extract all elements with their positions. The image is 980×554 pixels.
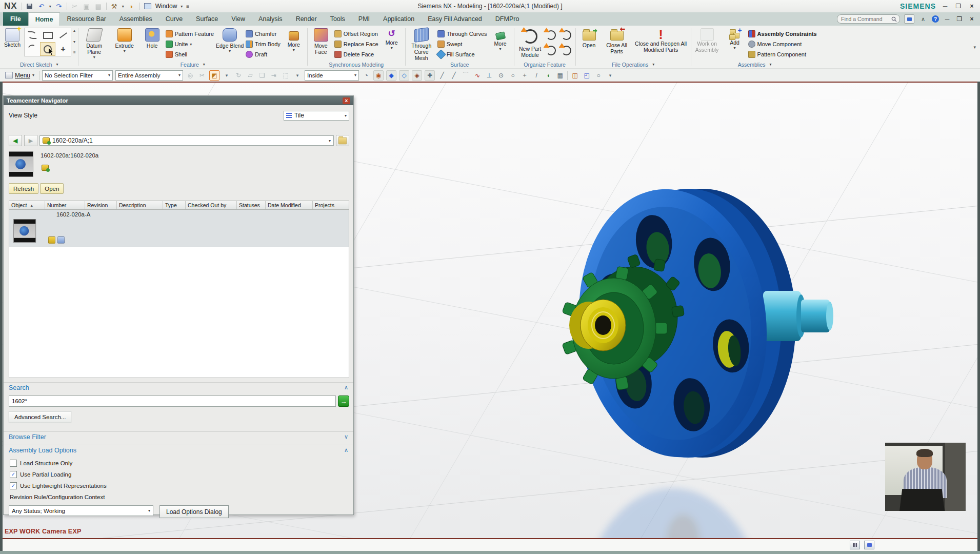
module-lock-icon[interactable] — [546, 46, 556, 55]
breadcrumb-dropdown[interactable]: 1602-020a/A;1 ▾ — [39, 135, 334, 146]
view-pan-icon[interactable]: ▾ — [606, 71, 615, 80]
group-launcher-icon[interactable]: ▾ — [56, 62, 58, 67]
snap-mode-dropdown[interactable]: Inside▾ — [305, 70, 359, 81]
move-component-button[interactable]: Move Component — [748, 40, 817, 48]
open-button[interactable]: Open — [577, 27, 601, 48]
back-button[interactable]: ◀ — [9, 135, 22, 146]
expand-icon[interactable]: ∨ — [344, 433, 348, 440]
point-tool[interactable]: + — [55, 42, 71, 56]
tab-dfmpro[interactable]: DFMPro — [489, 12, 526, 26]
customize-dropdown-icon[interactable]: ▾ — [122, 4, 124, 9]
selection-filter-dropdown[interactable]: No Selection Filter▾ — [42, 70, 113, 81]
shell-button[interactable]: Shell — [166, 50, 214, 58]
column-description[interactable]: Description — [117, 201, 163, 209]
ribbon-overflow-icon[interactable]: ▾ — [969, 45, 980, 50]
undo-dropdown-icon[interactable]: ▾ — [49, 4, 51, 9]
highlight-icon[interactable]: ◎ — [186, 71, 195, 80]
row-thumbnail[interactable] — [13, 219, 36, 243]
column-checked-out-by[interactable]: Checked Out by — [186, 201, 237, 209]
snap-clock-icon[interactable]: ◔ — [362, 71, 371, 80]
view-rotate-icon[interactable]: ○ — [594, 71, 603, 80]
view-orient-icon[interactable]: ◫ — [570, 71, 579, 80]
open-folder-button[interactable] — [336, 135, 349, 146]
snap-line1-icon[interactable]: ╱ — [437, 71, 447, 80]
assembly-constraints-button[interactable]: Assembly Constraints — [748, 30, 817, 38]
chamfer-button[interactable]: Chamfer — [246, 30, 281, 38]
column-revision[interactable]: Revision — [85, 201, 117, 209]
load-option-0[interactable]: Load Structure Only — [10, 459, 72, 467]
snap-line2-icon[interactable]: ╱ — [449, 71, 458, 80]
restore-button[interactable]: ❒ — [954, 3, 963, 10]
column-type[interactable]: Type — [163, 201, 186, 209]
lasso-dropdown-icon[interactable]: ▾ — [293, 71, 302, 80]
line-tool[interactable] — [55, 28, 71, 42]
checkbox-icon[interactable] — [10, 460, 17, 467]
view-section-icon[interactable]: ◰ — [582, 71, 591, 80]
selection-cube-icon[interactable]: ◩ — [209, 70, 219, 81]
circle-tool[interactable] — [40, 42, 55, 56]
tab-surface[interactable]: Surface — [189, 12, 225, 26]
command-finder-icon[interactable]: ◗ — [128, 3, 136, 10]
panel-title-bar[interactable]: Teamcenter Navigator × — [4, 96, 353, 105]
search-input[interactable] — [9, 395, 336, 407]
pattern-feature-button[interactable]: Pattern Feature — [166, 30, 214, 38]
snap-quadrant-icon[interactable]: ○ — [508, 71, 517, 80]
column-projects[interactable]: Projects — [313, 201, 344, 209]
region-select-icon[interactable]: ⇥ — [269, 71, 278, 80]
doc-restore-button[interactable]: ❒ — [955, 15, 964, 23]
minimize-button[interactable]: ─ — [941, 3, 949, 10]
refresh-button[interactable]: Refresh — [9, 183, 38, 194]
results-table-body[interactable]: 1602-020a-A — [9, 210, 349, 378]
work-on-assembly-button[interactable]: Work on Assembly — [693, 27, 722, 53]
surface-more-button[interactable]: More▾ — [489, 27, 512, 51]
panel-close-icon[interactable]: × — [343, 97, 350, 104]
selection-dropdown-icon[interactable]: ▾ — [222, 71, 231, 80]
tab-resource-bar[interactable]: Resource Bar — [60, 12, 112, 26]
doc-minimize-button[interactable]: ─ — [943, 15, 951, 23]
snap-control-icon[interactable]: ◈ — [412, 70, 422, 81]
collapse-icon[interactable]: ∧ — [344, 384, 348, 391]
snap-tangent-icon[interactable]: ∿ — [473, 71, 482, 80]
sketch-button[interactable]: Sketch — [2, 27, 23, 48]
trim-body-button[interactable]: Trim Body — [246, 40, 281, 48]
view-style-dropdown[interactable]: Tile ▾ — [284, 111, 349, 121]
swept-button[interactable]: Swept — [437, 40, 487, 48]
open-item-button[interactable]: Open — [40, 183, 64, 194]
lasso-icon[interactable]: ⬚ — [281, 71, 290, 80]
checkbox-icon[interactable]: ✓ — [10, 471, 17, 478]
add-component-button[interactable]: + Add▾ — [723, 27, 747, 50]
snap-midpoint-icon[interactable]: ◇ — [399, 70, 409, 81]
screen-toggle-icon[interactable] — [904, 14, 914, 24]
find-command-input[interactable] — [840, 15, 891, 23]
selection-scope-dropdown[interactable]: Entire Assembly▾ — [115, 70, 183, 81]
snap-grid-icon[interactable]: ▦ — [555, 71, 565, 80]
group-launcher-icon[interactable]: ▾ — [769, 62, 771, 67]
snap-arc-icon[interactable]: ⌒ — [461, 71, 470, 80]
tab-application[interactable]: Application — [376, 12, 421, 26]
snap-slash-icon[interactable]: / — [532, 71, 541, 80]
snap-center-icon[interactable]: ⊙ — [496, 71, 506, 80]
module-refresh-icon[interactable] — [562, 46, 571, 55]
hole-button[interactable]: Hole — [141, 27, 164, 49]
screen-capture-icon[interactable] — [864, 541, 874, 549]
face-select-icon[interactable]: ▱ — [246, 71, 255, 80]
replace-face-button[interactable]: Replace Face — [334, 40, 378, 48]
offset-region-button[interactable]: Offset Region — [334, 30, 378, 38]
move-face-button[interactable]: Move Face — [309, 27, 333, 55]
copy-icon[interactable]: ▣ — [83, 3, 91, 10]
minimize-ribbon-icon[interactable]: ∧ — [918, 15, 928, 23]
synchronous-more-button[interactable]: ↺ More▾ — [380, 27, 404, 50]
group-launcher-icon[interactable]: ▾ — [203, 62, 205, 67]
edge-blend-button[interactable]: Edge Blend▾ — [215, 27, 244, 53]
draft-button[interactable]: Draft — [246, 50, 281, 58]
tab-file[interactable]: File — [3, 12, 28, 26]
group-launcher-icon[interactable]: ▾ — [652, 62, 654, 67]
pattern-component-button[interactable]: Pattern Component — [748, 50, 817, 58]
model-3d-sprocket-assembly[interactable] — [533, 154, 882, 538]
collapse-icon[interactable]: ∧ — [344, 447, 348, 453]
doc-close-button[interactable]: × — [968, 15, 976, 23]
through-curve-mesh-button[interactable]: Through Curve Mesh — [407, 27, 436, 61]
snap-intersection-icon[interactable]: ✚ — [425, 70, 435, 81]
window-dropdown-icon[interactable]: ▾ — [181, 4, 183, 9]
snap-endpoint-icon[interactable]: ◆ — [386, 70, 396, 81]
